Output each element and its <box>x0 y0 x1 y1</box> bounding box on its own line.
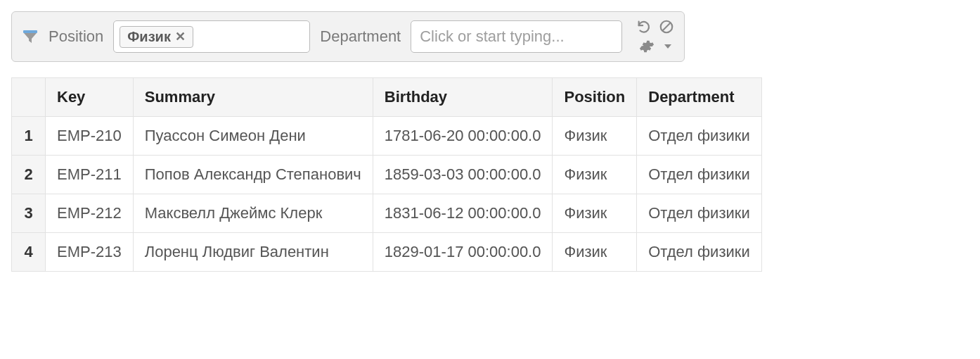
cell-position: Физик <box>553 156 637 194</box>
cell-key: EMP-211 <box>46 156 134 194</box>
cell-rownum: 2 <box>12 156 46 194</box>
remove-token-icon[interactable]: ✕ <box>175 30 186 43</box>
cell-department: Отдел физики <box>637 233 761 272</box>
table-row[interactable]: 2 EMP-211 Попов Александр Степанович 185… <box>12 156 762 194</box>
col-header-position[interactable]: Position <box>553 78 637 117</box>
filter-icon <box>22 28 39 45</box>
cell-department: Отдел физики <box>637 117 761 156</box>
svg-rect-0 <box>23 30 37 33</box>
cell-summary: Лоренц Людвиг Валентин <box>133 233 373 272</box>
svg-line-2 <box>663 23 671 31</box>
cell-rownum: 3 <box>12 194 46 233</box>
dropdown-caret-icon[interactable] <box>662 44 671 49</box>
cell-summary: Попов Александр Степанович <box>133 156 373 194</box>
col-header-rownum[interactable] <box>12 78 46 117</box>
cell-birthday: 1781-06-20 00:00:00.0 <box>373 117 553 156</box>
cell-birthday: 1831-06-12 00:00:00.0 <box>373 194 553 233</box>
col-header-summary[interactable]: Summary <box>133 78 373 117</box>
filter-actions <box>636 19 674 54</box>
cell-position: Физик <box>553 233 637 272</box>
cell-key: EMP-210 <box>46 117 134 156</box>
table-header-row: Key Summary Birthday Position Department <box>12 78 762 117</box>
filter-bar: Position Физик ✕ Department <box>11 11 685 62</box>
undo-icon[interactable] <box>636 19 652 34</box>
cell-rownum: 4 <box>12 233 46 272</box>
cell-department: Отдел физики <box>637 156 761 194</box>
cell-key: EMP-212 <box>46 194 134 233</box>
col-header-key[interactable]: Key <box>46 78 134 117</box>
position-filter-label: Position <box>49 27 103 46</box>
col-header-birthday[interactable]: Birthday <box>373 78 553 117</box>
table-row[interactable]: 4 EMP-213 Лоренц Людвиг Валентин 1829-01… <box>12 233 762 272</box>
position-filter-input[interactable]: Физик ✕ <box>113 20 310 53</box>
cell-department: Отдел физики <box>637 194 761 233</box>
col-header-department[interactable]: Department <box>637 78 761 117</box>
department-filter-input[interactable] <box>411 20 622 53</box>
table-row[interactable]: 1 EMP-210 Пуассон Симеон Дени 1781-06-20… <box>12 117 762 156</box>
cell-position: Физик <box>553 117 637 156</box>
cell-key: EMP-213 <box>46 233 134 272</box>
gear-icon[interactable] <box>639 39 655 54</box>
table-row[interactable]: 3 EMP-212 Максвелл Джеймс Клерк 1831-06-… <box>12 194 762 233</box>
cell-summary: Максвелл Джеймс Клерк <box>133 194 373 233</box>
clear-icon[interactable] <box>659 19 674 34</box>
cell-rownum: 1 <box>12 117 46 156</box>
position-filter-token-text: Физик <box>127 29 171 45</box>
cell-birthday: 1829-01-17 00:00:00.0 <box>373 233 553 272</box>
cell-position: Физик <box>553 194 637 233</box>
cell-summary: Пуассон Симеон Дени <box>133 117 373 156</box>
cell-birthday: 1859-03-03 00:00:00.0 <box>373 156 553 194</box>
results-table: Key Summary Birthday Position Department… <box>11 77 762 272</box>
position-filter-token[interactable]: Физик ✕ <box>120 26 193 48</box>
department-filter-label: Department <box>320 27 401 46</box>
